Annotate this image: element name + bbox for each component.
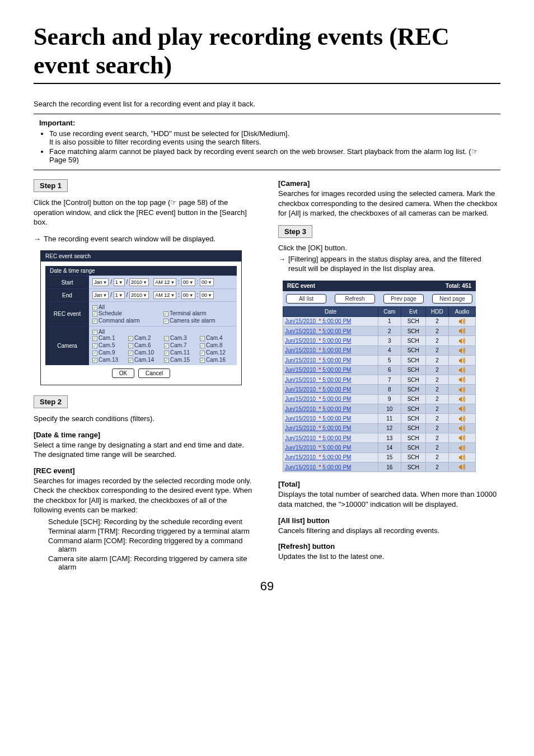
checkbox[interactable]: ✓ bbox=[163, 319, 168, 324]
checkbox[interactable]: ✓ bbox=[200, 351, 205, 356]
checkbox[interactable]: ✓ bbox=[92, 351, 97, 356]
date-cell[interactable]: Jun/15/2010 * 5:00:00 PM bbox=[283, 452, 378, 462]
audio-icon bbox=[449, 375, 476, 384]
table-row: Jun/15/2010 * 5:00:00 PM6SCH2 bbox=[283, 365, 476, 375]
date-cell[interactable]: Jun/15/2010 * 5:00:00 PM bbox=[283, 433, 378, 443]
minute-select[interactable]: 00▼ bbox=[181, 291, 195, 299]
checkbox[interactable]: ✓ bbox=[164, 351, 169, 356]
day-select[interactable]: 1▼ bbox=[114, 278, 125, 286]
ampm-select[interactable]: AM 12▼ bbox=[153, 278, 176, 286]
cam-cell: 9 bbox=[378, 394, 401, 404]
hdd-cell: 2 bbox=[425, 452, 449, 462]
date-cell[interactable]: Jun/15/2010 * 5:00:00 PM bbox=[283, 316, 378, 326]
important-text: To use recording event search, "HDD" mus… bbox=[49, 129, 289, 138]
checkbox[interactable]: ✓ bbox=[128, 336, 133, 341]
evt-cell: SCH bbox=[401, 394, 425, 404]
total-heading: [Total] bbox=[278, 480, 500, 488]
step3-text: Click the [OK] button. bbox=[278, 244, 500, 252]
step1-result-text: The recording event search window will b… bbox=[44, 234, 216, 244]
date-cell[interactable]: Jun/15/2010 * 5:00:00 PM bbox=[283, 375, 378, 384]
checkbox[interactable]: ✓ bbox=[128, 343, 133, 348]
date-cell[interactable]: Jun/15/2010 * 5:00:00 PM bbox=[283, 326, 378, 336]
checkbox-label: Command alarm bbox=[99, 318, 140, 324]
hdd-cell: 2 bbox=[425, 365, 449, 375]
checkbox[interactable]: ✓ bbox=[128, 351, 133, 356]
checkbox[interactable]: ✓ bbox=[200, 336, 205, 341]
evt-cell: SCH bbox=[401, 365, 425, 375]
checkbox[interactable]: ✓ bbox=[92, 305, 97, 310]
checkbox-label: Cam.10 bbox=[134, 349, 154, 356]
ok-button[interactable]: OK bbox=[112, 368, 134, 378]
hdd-cell: 2 bbox=[425, 326, 449, 336]
audio-icon bbox=[449, 433, 476, 443]
checkbox[interactable]: ✓ bbox=[128, 358, 133, 363]
checkbox[interactable]: ✓ bbox=[164, 336, 169, 341]
all-list-button[interactable]: All list bbox=[286, 294, 326, 304]
important-heading: Important: bbox=[39, 119, 495, 127]
ss1-section: Date & time range bbox=[45, 266, 237, 276]
date-cell[interactable]: Jun/15/2010 * 5:00:00 PM bbox=[283, 404, 378, 413]
checkbox[interactable]: ✓ bbox=[92, 336, 97, 341]
checkbox[interactable]: ✓ bbox=[92, 319, 97, 324]
checkbox-label: Cam.1 bbox=[99, 335, 115, 341]
minute-select[interactable]: 00▼ bbox=[181, 278, 195, 286]
cam-cell: 5 bbox=[378, 356, 401, 365]
second-select[interactable]: 00▼ bbox=[200, 278, 214, 286]
ss1-end-label: End bbox=[45, 288, 89, 301]
refresh-button[interactable]: Refresh bbox=[335, 294, 375, 304]
evt-cell: SCH bbox=[401, 404, 425, 413]
table-row: Jun/15/2010 * 5:00:00 PM11SCH2 bbox=[283, 414, 476, 423]
checkbox-label: Cam.3 bbox=[170, 335, 186, 341]
checkbox[interactable]: ✓ bbox=[163, 311, 168, 316]
checkbox[interactable]: ✓ bbox=[164, 358, 169, 363]
date-cell[interactable]: Jun/15/2010 * 5:00:00 PM bbox=[283, 365, 378, 375]
day-select[interactable]: 1▼ bbox=[114, 291, 125, 299]
right-column: [Camera] Searches for images recorded us… bbox=[278, 179, 500, 572]
cam-cell: 1 bbox=[378, 316, 401, 326]
date-cell[interactable]: Jun/15/2010 * 5:00:00 PM bbox=[283, 443, 378, 452]
date-cell[interactable]: Jun/15/2010 * 5:00:00 PM bbox=[283, 385, 378, 394]
table-row: Jun/15/2010 * 5:00:00 PM16SCH2 bbox=[283, 463, 476, 472]
checkbox[interactable]: ✓ bbox=[92, 343, 97, 348]
date-cell[interactable]: Jun/15/2010 * 5:00:00 PM bbox=[283, 423, 378, 433]
date-cell[interactable]: Jun/15/2010 * 5:00:00 PM bbox=[283, 394, 378, 404]
evt-cell: SCH bbox=[401, 452, 425, 462]
second-select[interactable]: 00▼ bbox=[200, 291, 214, 299]
col-hdd: HDD bbox=[425, 306, 449, 316]
date-cell[interactable]: Jun/15/2010 * 5:00:00 PM bbox=[283, 336, 378, 346]
month-select[interactable]: Jan▼ bbox=[92, 291, 109, 299]
date-cell[interactable]: Jun/15/2010 * 5:00:00 PM bbox=[283, 463, 378, 472]
checkbox-label: Cam.14 bbox=[134, 357, 154, 363]
checkbox[interactable]: ✓ bbox=[200, 358, 205, 363]
rec-event-heading: [REC event] bbox=[34, 466, 256, 475]
ampm-select[interactable]: AM 12▼ bbox=[153, 291, 176, 299]
table-row: Jun/15/2010 * 5:00:00 PM2SCH2 bbox=[283, 326, 476, 336]
checkbox[interactable]: ✓ bbox=[92, 311, 97, 316]
checkbox[interactable]: ✓ bbox=[92, 358, 97, 363]
ss1-recevent-label: REC event bbox=[45, 301, 89, 326]
checkbox-label: Cam.9 bbox=[99, 349, 115, 356]
checkbox[interactable]: ✓ bbox=[200, 343, 205, 348]
event-type-command: Command alarm [COM]: Recording triggered… bbox=[34, 536, 256, 553]
year-select[interactable]: 2010▼ bbox=[129, 291, 149, 299]
date-range-heading: [Date & time range] bbox=[34, 431, 256, 439]
checkbox[interactable]: ✓ bbox=[164, 343, 169, 348]
next-page-button[interactable]: Next page bbox=[432, 294, 472, 304]
date-cell[interactable]: Jun/15/2010 * 5:00:00 PM bbox=[283, 346, 378, 355]
checkbox[interactable]: ✓ bbox=[92, 330, 97, 335]
audio-icon bbox=[449, 365, 476, 375]
cam-cell: 13 bbox=[378, 433, 401, 443]
date-cell[interactable]: Jun/15/2010 * 5:00:00 PM bbox=[283, 356, 378, 365]
table-row: Jun/15/2010 * 5:00:00 PM8SCH2 bbox=[283, 385, 476, 394]
table-row: Jun/15/2010 * 5:00:00 PM14SCH2 bbox=[283, 443, 476, 452]
prev-page-button[interactable]: Prev page bbox=[383, 294, 424, 304]
evt-cell: SCH bbox=[401, 385, 425, 394]
date-cell[interactable]: Jun/15/2010 * 5:00:00 PM bbox=[283, 414, 378, 423]
arrow-icon: → bbox=[278, 254, 288, 274]
cancel-button[interactable]: Cancel bbox=[138, 368, 170, 378]
audio-icon bbox=[449, 346, 476, 355]
cam-cell: 11 bbox=[378, 414, 401, 423]
month-select[interactable]: Jan▼ bbox=[92, 278, 109, 286]
hdd-cell: 2 bbox=[425, 404, 449, 413]
year-select[interactable]: 2010▼ bbox=[129, 278, 149, 286]
